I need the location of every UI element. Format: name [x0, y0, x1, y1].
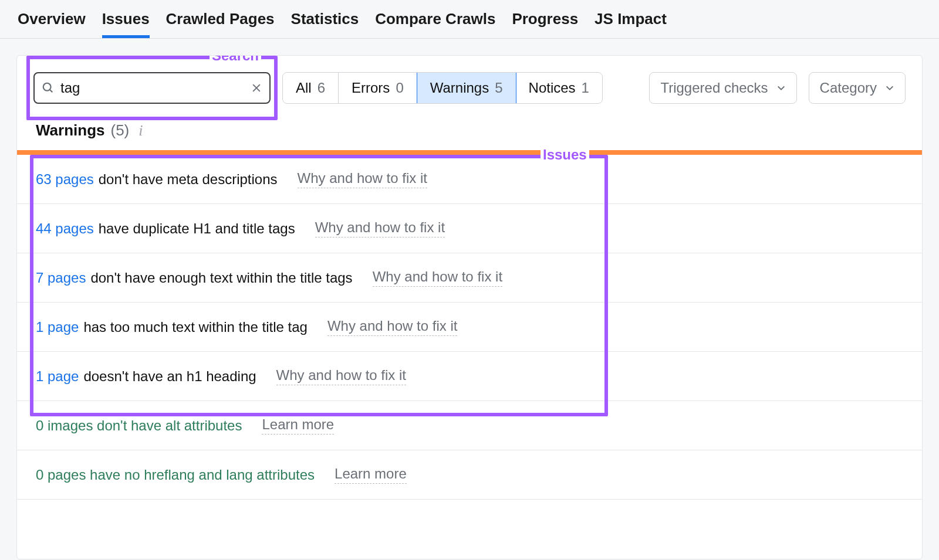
filter-errors[interactable]: Errors 0: [339, 73, 417, 103]
search-annotation-wrap: Search: [33, 72, 271, 104]
triggered-checks-dropdown[interactable]: Triggered checks: [649, 72, 796, 104]
search-annotation-label: Search: [210, 55, 261, 64]
toolbar: Search All 6 Errors 0 Warnings: [17, 56, 922, 110]
tab-overview[interactable]: Overview: [18, 1, 86, 38]
clear-search-icon[interactable]: [251, 82, 262, 94]
section-count: (5): [110, 121, 129, 140]
issue-hint-link[interactable]: Why and how to fix it: [327, 318, 457, 336]
filter-all-count: 6: [317, 80, 325, 96]
section-header: Warnings (5) i: [17, 110, 922, 150]
issue-desc: has too much text within the title tag: [83, 319, 308, 335]
chevron-down-icon: [776, 80, 786, 96]
category-label: Category: [820, 80, 877, 96]
issue-count-link[interactable]: 1 page: [36, 319, 79, 335]
issue-row[interactable]: 1 page has too much text within the titl…: [17, 303, 922, 352]
filter-errors-count: 0: [396, 80, 403, 96]
section-title: Warnings: [36, 121, 104, 140]
filter-warnings-label: Warnings: [430, 80, 489, 96]
passed-check-row[interactable]: 0 pages have no hreflang and lang attrib…: [17, 450, 922, 500]
filter-warnings-count: 5: [495, 80, 502, 96]
issue-hint-link[interactable]: Why and how to fix it: [315, 219, 445, 237]
issue-desc: have duplicate H1 and title tags: [99, 220, 295, 237]
tab-compare-crawls[interactable]: Compare Crawls: [375, 1, 495, 38]
tab-progress[interactable]: Progress: [512, 1, 578, 38]
search-input[interactable]: [60, 80, 245, 96]
issue-desc: don't have meta descriptions: [99, 171, 278, 188]
issue-hint-link[interactable]: Why and how to fix it: [298, 170, 427, 188]
info-icon[interactable]: i: [139, 122, 143, 140]
warnings-divider: [17, 150, 922, 155]
chevron-down-icon: [885, 80, 894, 96]
triggered-checks-label: Triggered checks: [660, 80, 768, 96]
top-nav: Overview Issues Crawled Pages Statistics…: [0, 0, 939, 39]
learn-more-link[interactable]: Learn more: [262, 416, 334, 435]
filter-errors-label: Errors: [352, 80, 390, 96]
filter-warnings[interactable]: Warnings 5: [417, 72, 516, 104]
svg-line-1: [50, 90, 52, 92]
filter-notices-count: 1: [582, 80, 589, 96]
search-icon: [42, 82, 55, 94]
filter-all[interactable]: All 6: [283, 73, 339, 103]
filter-all-label: All: [296, 80, 312, 96]
search-input-container[interactable]: [33, 72, 271, 104]
category-dropdown[interactable]: Category: [809, 72, 906, 104]
issue-row[interactable]: 1 page doesn't have an h1 heading Why an…: [17, 352, 922, 401]
svg-point-0: [43, 83, 51, 91]
issue-row[interactable]: 44 pages have duplicate H1 and title tag…: [17, 204, 922, 253]
issues-list-wrap: Issues 63 pages don't have meta descript…: [17, 155, 922, 401]
issue-count-link[interactable]: 1 page: [36, 368, 79, 385]
tab-statistics[interactable]: Statistics: [291, 1, 359, 38]
issue-count-link[interactable]: 44 pages: [36, 220, 94, 237]
issue-count-link[interactable]: 7 pages: [36, 270, 86, 286]
issue-row[interactable]: 7 pages don't have enough text within th…: [17, 253, 922, 303]
filter-notices-label: Notices: [529, 80, 576, 96]
issue-count-link[interactable]: 63 pages: [36, 171, 94, 188]
issue-type-filter: All 6 Errors 0 Warnings 5 Notices 1: [282, 72, 603, 104]
learn-more-link[interactable]: Learn more: [335, 466, 407, 484]
tab-issues[interactable]: Issues: [102, 1, 150, 38]
passed-check-row[interactable]: 0 images don't have alt attributes Learn…: [17, 401, 922, 450]
issue-row[interactable]: 63 pages don't have meta descriptions Wh…: [17, 155, 922, 204]
tab-js-impact[interactable]: JS Impact: [595, 1, 667, 38]
filter-notices[interactable]: Notices 1: [516, 73, 602, 103]
issue-desc: don't have enough text within the title …: [90, 270, 352, 286]
issue-hint-link[interactable]: Why and how to fix it: [373, 269, 502, 287]
passed-check-text: 0 images don't have alt attributes: [36, 418, 242, 434]
issues-panel: Search All 6 Errors 0 Warnings: [16, 55, 923, 559]
issue-desc: doesn't have an h1 heading: [83, 368, 256, 385]
tab-crawled-pages[interactable]: Crawled Pages: [166, 1, 275, 38]
passed-check-text: 0 pages have no hreflang and lang attrib…: [36, 467, 315, 483]
issue-hint-link[interactable]: Why and how to fix it: [276, 367, 406, 385]
